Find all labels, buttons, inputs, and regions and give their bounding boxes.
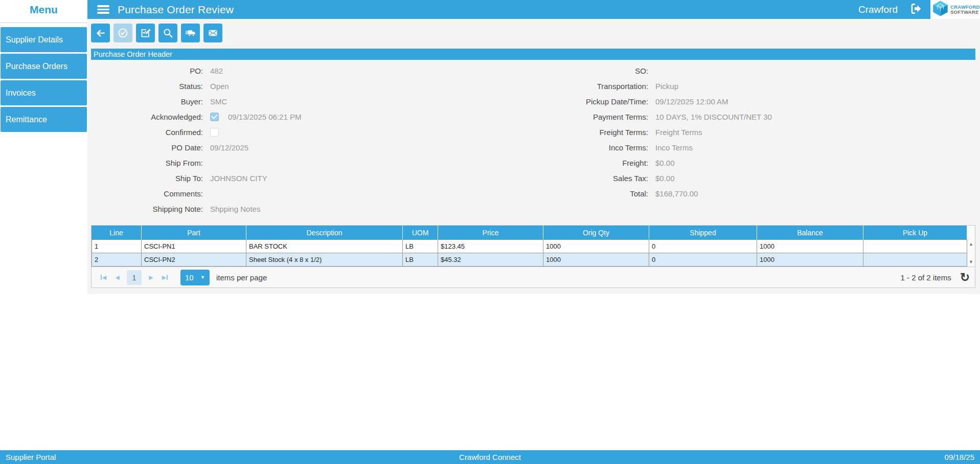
cell-description: Sheet Stock (4 x 8 x 1/2) (246, 253, 403, 266)
scroll-up-icon[interactable]: ▲ (969, 241, 973, 247)
first-page-button[interactable]: ◀ (97, 274, 110, 281)
field-label-acknowledged: Acknowledged: (91, 113, 203, 121)
field-label-pickup-date-time: Pickup Date/Time: (511, 97, 648, 106)
field-value-inco-terms: Inco Terms (655, 143, 693, 152)
table-row[interactable]: 2CSCI-PN2Sheet Stock (4 x 8 x 1/2)LB$45.… (92, 253, 967, 267)
field-label-total: Total: (511, 189, 648, 198)
last-page-bar-icon (167, 275, 168, 280)
toolbar (91, 24, 980, 42)
column-header-shipped[interactable]: Shipped (649, 226, 757, 239)
menu-title: Menu (30, 4, 58, 16)
field-value-shipping-note: Shpping Notes (210, 205, 260, 213)
field-value-freight: $0.00 (655, 159, 675, 167)
field-value-freight-terms: Freight Terms (655, 128, 702, 137)
next-page-icon: ▶ (149, 274, 153, 281)
sidebar-item-purchase-orders[interactable]: Purchase Orders (1, 54, 87, 79)
field-label-ship-from: Ship From: (91, 159, 203, 167)
previous-page-icon: ◀ (115, 274, 119, 281)
line-items-grid: LinePartDescriptionUOMPriceOrig QtyShipp… (91, 225, 975, 288)
grid-header-row: LinePartDescriptionUOMPriceOrig QtyShipp… (92, 226, 967, 239)
logo-text-line1: CRAWFORD (950, 5, 980, 10)
envelope-icon (207, 27, 219, 39)
field-label-status: Status: (91, 82, 203, 91)
main-content: Purchase Order Header PO:482Status:OpenB… (87, 19, 980, 450)
menu-heading: Menu (0, 0, 87, 19)
field-value-pickup-date-time: 09/12/2025 12:00 AM (655, 97, 728, 106)
logout-icon (908, 2, 923, 17)
column-header-orig-qty[interactable]: Orig Qty (543, 226, 649, 239)
column-header-line[interactable]: Line (92, 226, 142, 239)
refresh-icon: ↻ (960, 271, 970, 284)
field-row-acknowledged: Acknowledged:09/13/2025 06:21 PM (91, 109, 505, 124)
field-row-pickup-date-time: Pickup Date/Time:09/12/2025 12:00 AM (511, 94, 971, 109)
sidebar-nav: Supplier DetailsPurchase OrdersInvoicesR… (0, 27, 87, 132)
sidebar: Supplier DetailsPurchase OrdersInvoicesR… (0, 19, 87, 450)
footer-app-label: Crawford Connect (0, 453, 980, 461)
search-icon (162, 27, 174, 39)
column-header-description[interactable]: Description (246, 226, 403, 239)
field-row-so: SO: (511, 63, 971, 78)
email-button[interactable] (203, 24, 222, 42)
cell-shipped: 0 (649, 240, 757, 253)
page-title: Purchase Order Review (118, 4, 234, 16)
sidebar-item-supplier-details[interactable]: Supplier Details (1, 27, 87, 52)
cell-balance: 1000 (757, 240, 863, 253)
acknowledged-checkbox[interactable] (210, 113, 219, 121)
column-header-price[interactable]: Price (438, 226, 543, 239)
field-row-payment-terms: Payment Terms:10 DAYS, 1% DISCOUNT/NET 3… (511, 109, 971, 124)
check-circle-icon (117, 27, 129, 39)
footer-date: 09/18/25 (945, 453, 974, 461)
column-header-pick-up[interactable]: Pick Up (863, 226, 967, 239)
page-size-dropdown[interactable]: 10 ▼ (180, 270, 210, 285)
field-value-ship-to: JOHNSON CITY (210, 174, 267, 183)
cube-logo-icon (932, 0, 949, 19)
field-label-confirmed: Confirmed: (91, 128, 203, 137)
next-page-button[interactable]: ▶ (144, 274, 158, 281)
field-value-transportation: Pickup (655, 82, 678, 91)
cell-description: BAR STOCK (246, 240, 403, 253)
field-label-shipping-note: Shipping Note: (91, 205, 203, 213)
field-value-status: Open (210, 82, 229, 91)
column-header-uom[interactable]: UOM (403, 226, 438, 239)
field-value-buyer: SMC (210, 97, 227, 106)
table-row[interactable]: 1CSCI-PN1BAR STOCKLB$123.45100001000 (92, 240, 967, 253)
sidebar-item-invoices[interactable]: Invoices (1, 80, 87, 105)
cell-line: 2 (92, 253, 142, 266)
refresh-button[interactable]: ↻ (960, 272, 970, 283)
field-label-freight: Freight: (511, 159, 648, 167)
truck-icon (185, 27, 196, 39)
cell-part: CSCI-PN1 (142, 240, 246, 253)
grid-scrollbar[interactable]: ▲ ▼ (967, 239, 975, 267)
current-page-button[interactable]: 1 (127, 270, 142, 285)
field-row-ship-to: Ship To:JOHNSON CITY (91, 170, 505, 186)
cell-part: CSCI-PN2 (142, 253, 246, 266)
sidebar-item-remittance[interactable]: Remittance (1, 107, 87, 132)
chevron-down-icon: ▼ (200, 275, 205, 280)
hamburger-menu-icon[interactable] (97, 5, 109, 13)
field-value-acknowledged: 09/13/2025 06:21 PM (228, 113, 301, 121)
search-button[interactable] (158, 24, 177, 42)
field-value-sales-tax: $0.00 (655, 174, 675, 183)
back-arrow-icon (95, 27, 106, 39)
field-row-shipping-note: Shipping Note:Shpping Notes (91, 201, 505, 216)
confirmed-checkbox[interactable] (210, 128, 219, 137)
shipment-button[interactable] (181, 24, 200, 42)
field-row-po-date: PO Date:09/12/2025 (91, 140, 505, 155)
field-label-comments: Comments: (91, 189, 203, 198)
field-row-po: PO:482 (91, 63, 505, 78)
column-header-part[interactable]: Part (142, 226, 246, 239)
field-value-payment-terms: 10 DAYS, 1% DISCOUNT/NET 30 (655, 113, 772, 121)
edit-button[interactable] (136, 24, 155, 42)
back-button[interactable] (91, 24, 110, 42)
scroll-down-icon[interactable]: ▼ (969, 259, 973, 264)
last-page-button[interactable]: ▶ (158, 274, 172, 281)
logout-button[interactable] (907, 3, 924, 17)
cell-price: $45.32 (438, 253, 543, 266)
acknowledge-button[interactable] (113, 24, 132, 42)
column-header-balance[interactable]: Balance (757, 226, 863, 239)
user-name: Crawford (858, 4, 898, 15)
field-label-po: PO: (91, 67, 203, 75)
footer-portal-label: Supplier Portal (6, 453, 56, 461)
cell-orig-qty: 1000 (543, 240, 649, 253)
previous-page-button[interactable]: ◀ (110, 274, 124, 281)
